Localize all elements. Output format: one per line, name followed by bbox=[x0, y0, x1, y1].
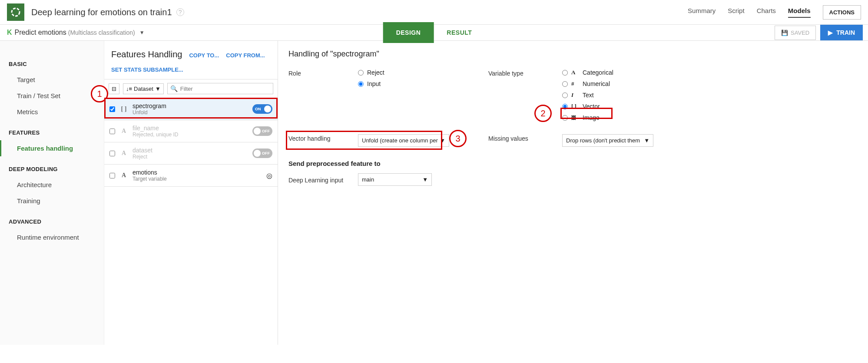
vartype-vector-radio[interactable] bbox=[562, 104, 568, 109]
vartype-numerical-label: Numerical bbox=[583, 80, 610, 87]
vartype-image[interactable]: Image bbox=[562, 114, 658, 121]
feature-checkbox[interactable] bbox=[109, 173, 115, 178]
annotation-2: 2 bbox=[534, 105, 552, 122]
vector-handling-value: Unfold (create one column per bbox=[362, 137, 438, 144]
feature-row-filename[interactable]: A file_name Rejected, unique ID OFF bbox=[104, 120, 278, 142]
feature-info: emotions Target variable bbox=[133, 169, 262, 182]
help-icon[interactable]: ? bbox=[176, 8, 184, 16]
sort-dropdown[interactable]: ↓≡ Dataset ▼ bbox=[123, 83, 164, 94]
vartype-image-label: Image bbox=[583, 114, 600, 121]
detail-grid-2: Vector handling Unfold (create one colum… bbox=[288, 134, 858, 147]
text-type-icon: A bbox=[119, 172, 128, 179]
actions-button[interactable]: ACTIONS bbox=[823, 5, 861, 20]
copy-from-button[interactable]: COPY FROM... bbox=[226, 52, 265, 59]
role-reject[interactable]: Reject bbox=[358, 69, 480, 76]
sub-meta: (Multiclass classification) bbox=[68, 29, 135, 36]
vartype-categorical[interactable]: A Categorical bbox=[562, 69, 658, 76]
sidebar-section-basic: BASIC bbox=[0, 56, 104, 72]
sidebar-item-runtime[interactable]: Runtime environment bbox=[0, 229, 104, 245]
toggle-knob bbox=[254, 128, 261, 135]
feature-toggle[interactable]: ON bbox=[252, 104, 272, 114]
vartype-numerical-radio[interactable] bbox=[562, 81, 568, 87]
vector-type-icon: [ ] bbox=[119, 106, 128, 112]
sidebar-item-target[interactable]: Target bbox=[0, 72, 104, 88]
search-icon: 🔍 bbox=[170, 85, 178, 92]
toggle-off-text: OFF bbox=[262, 151, 270, 155]
train-label: TRAIN bbox=[836, 29, 855, 36]
vartype-radio-group: A Categorical # Numerical I Text bbox=[562, 69, 658, 121]
feature-info: spectrogram Unfold bbox=[133, 102, 248, 116]
vector-icon: [ ] bbox=[571, 103, 579, 110]
tab-design[interactable]: DESIGN bbox=[383, 22, 434, 43]
dl-input-label: Deep Learning input bbox=[288, 176, 349, 184]
play-icon: ▶ bbox=[828, 29, 833, 36]
role-input-radio[interactable] bbox=[358, 81, 364, 87]
feature-toggle[interactable]: OFF bbox=[252, 148, 272, 158]
vector-handling-select[interactable]: Unfold (create one column per ▼ bbox=[358, 134, 449, 147]
missing-values-value: Drop rows (don't predict them bbox=[566, 137, 640, 144]
toggle-knob bbox=[264, 106, 271, 112]
sidebar-item-metrics[interactable]: Metrics bbox=[0, 104, 104, 120]
features-title: Features Handling bbox=[111, 50, 182, 59]
saved-button: 💾 SAVED bbox=[775, 26, 816, 40]
numerical-icon: # bbox=[571, 80, 579, 87]
role-label: Role bbox=[288, 69, 349, 77]
top-header: Deep learning for emotions on train1 ? S… bbox=[0, 0, 868, 25]
tab-summary[interactable]: Summary bbox=[688, 7, 716, 18]
feature-checkbox[interactable] bbox=[109, 151, 115, 156]
vartype-text[interactable]: I Text bbox=[562, 92, 658, 99]
collapse-all-icon[interactable]: ⊟ bbox=[109, 83, 119, 94]
sidebar-item-training[interactable]: Training bbox=[0, 193, 104, 209]
vartype-numerical[interactable]: # Numerical bbox=[562, 80, 658, 87]
sidebar-item-label: Train / Test Set bbox=[17, 92, 60, 99]
sidebar-item-architecture[interactable]: Architecture bbox=[0, 177, 104, 193]
vector-handling-label: Vector handling bbox=[288, 134, 349, 142]
feature-row-emotions[interactable]: A emotions Target variable ◎ bbox=[104, 165, 278, 187]
feature-info: file_name Rejected, unique ID bbox=[133, 125, 248, 138]
tab-charts[interactable]: Charts bbox=[757, 7, 776, 18]
tab-result[interactable]: RESULT bbox=[434, 22, 485, 43]
tab-script[interactable]: Script bbox=[728, 7, 744, 18]
sort-icon: ↓≡ bbox=[126, 86, 132, 92]
app-logo bbox=[7, 3, 24, 21]
feature-sub: Target variable bbox=[133, 176, 262, 182]
feature-row-dataset[interactable]: A dataset Reject OFF bbox=[104, 142, 278, 165]
features-header: Features Handling COPY TO... COPY FROM..… bbox=[104, 41, 278, 79]
role-reject-radio[interactable] bbox=[358, 70, 364, 76]
vartype-vector[interactable]: [ ] Vector bbox=[562, 103, 658, 110]
train-button[interactable]: ▶ TRAIN bbox=[820, 25, 863, 40]
vartype-categorical-radio[interactable] bbox=[562, 70, 568, 76]
sidebar-item-features-handling[interactable]: Features handling bbox=[0, 140, 104, 156]
feature-checkbox[interactable] bbox=[109, 129, 115, 134]
feature-checkbox[interactable] bbox=[109, 106, 115, 112]
vartype-text-label: Text bbox=[583, 92, 594, 99]
filter-input[interactable] bbox=[180, 86, 270, 92]
filter-input-wrap[interactable]: 🔍 bbox=[167, 83, 273, 94]
copy-to-button[interactable]: COPY TO... bbox=[189, 52, 219, 59]
subsample-button[interactable]: SET STATS SUBSAMPLE... bbox=[111, 66, 183, 73]
page-title: Deep learning for emotions on train1 bbox=[31, 7, 172, 17]
detail-pane: Handling of "spectrogram" Role Reject In… bbox=[278, 41, 868, 345]
feature-sub: Rejected, unique ID bbox=[133, 132, 248, 138]
feature-sub: Reject bbox=[133, 154, 248, 160]
sort-label: Dataset bbox=[134, 86, 153, 92]
sidebar: BASIC Target Train / Test Set 1 Metrics … bbox=[0, 41, 104, 345]
feature-toggle[interactable]: OFF bbox=[252, 126, 272, 136]
feature-name: file_name bbox=[133, 125, 248, 132]
detail-grid: Role Reject Input Variable type A bbox=[288, 69, 858, 121]
sub-caret-icon[interactable]: ▼ bbox=[139, 30, 145, 36]
features-list: [ ] spectrogram Unfold ON A bbox=[104, 98, 278, 187]
sidebar-item-traintest[interactable]: Train / Test Set 1 bbox=[0, 88, 104, 104]
design-result-tabs: DESIGN RESULT bbox=[383, 22, 485, 43]
send-feature-title: Send preprocessed feature to bbox=[288, 160, 858, 167]
detail-title: Handling of "spectrogram" bbox=[288, 50, 858, 59]
chevron-down-icon: ▼ bbox=[422, 176, 428, 183]
feature-row-spectrogram[interactable]: [ ] spectrogram Unfold ON bbox=[104, 98, 278, 120]
dl-input-select[interactable]: main ▼ bbox=[358, 173, 432, 186]
missing-values-select[interactable]: Drop rows (don't predict them ▼ bbox=[562, 134, 653, 147]
tab-models[interactable]: Models bbox=[788, 7, 811, 18]
vartype-text-radio[interactable] bbox=[562, 92, 568, 98]
chevron-down-icon: ▼ bbox=[440, 137, 445, 144]
role-input[interactable]: Input bbox=[358, 80, 480, 87]
vartype-image-radio[interactable] bbox=[562, 115, 568, 121]
